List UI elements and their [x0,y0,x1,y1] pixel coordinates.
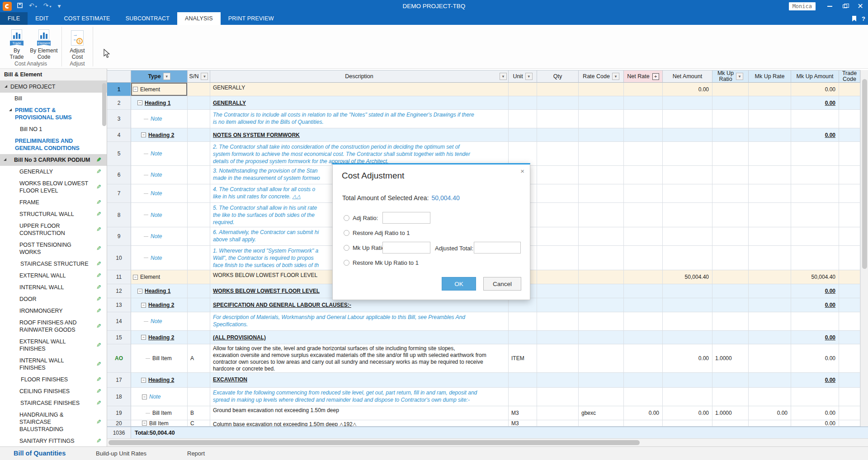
murate-cell[interactable] [749,142,791,166]
mur-cell[interactable] [712,184,749,203]
column-header-mk-up-ratio[interactable]: Mk Up Ratio▼ [712,70,749,83]
murate-cell[interactable] [749,246,791,270]
column-header-net-amount[interactable]: Net Amount [663,70,712,83]
minimize-button[interactable] [822,0,837,12]
table-row-20[interactable]: 20−Bill ItemCColumn base excavation not … [107,420,860,427]
table-row-19[interactable]: 19Bill ItemBGround beam excavation not e… [107,406,860,420]
qty-cell[interactable] [537,420,579,427]
rc-cell[interactable] [579,344,624,373]
collapse-box-icon[interactable]: − [133,275,138,280]
na-cell[interactable] [663,331,712,344]
tc-cell[interactable] [839,344,860,373]
tc-cell[interactable] [839,373,860,388]
mua-cell[interactable]: 0.00 [791,373,839,388]
description-cell[interactable]: (ALL PROVISIONAL) [210,331,509,344]
na-cell[interactable] [663,388,712,406]
rc-cell[interactable] [579,227,624,246]
mua-cell[interactable] [791,184,839,203]
tc-cell[interactable] [839,331,860,344]
type-cell[interactable]: Note [131,166,188,184]
mua-cell[interactable] [791,203,839,227]
nr-cell[interactable]: 0.00 [624,406,663,420]
unit-cell[interactable] [509,388,537,406]
sn-cell[interactable] [188,227,210,246]
mua-cell[interactable] [791,246,839,270]
mur-cell[interactable] [712,331,749,344]
mur-cell[interactable] [712,270,749,284]
row-number[interactable]: 12 [107,284,131,298]
mur-cell[interactable] [712,373,749,388]
rc-cell[interactable] [579,184,624,203]
row-number[interactable]: 19 [107,406,131,420]
column-header-unit[interactable]: Unit▼ [509,70,537,83]
table-row-18[interactable]: 18−NoteExcavate for the following commen… [107,388,860,406]
murate-cell[interactable] [749,203,791,227]
qty-cell[interactable] [537,128,579,142]
sidebar-item-ironmongery[interactable]: IRONMONGERY✎ [0,305,107,317]
mur-cell[interactable] [712,388,749,406]
row-number[interactable]: 5 [107,142,131,166]
collapse-box-icon[interactable]: − [141,303,146,308]
na-cell[interactable] [663,203,712,227]
na-cell[interactable] [663,128,712,142]
murate-cell[interactable] [749,331,791,344]
rc-cell[interactable] [579,331,624,344]
restore-button[interactable] [837,0,853,12]
column-header-type[interactable]: Type▼ [131,70,188,83]
rc-cell[interactable] [579,110,624,128]
tc-cell[interactable] [839,203,860,227]
sidebar-item-staircase-finishes[interactable]: STAIRCASE FINISHES✎ [0,397,107,409]
mur-cell[interactable] [712,83,749,96]
filter-icon[interactable]: ▼ [612,73,619,80]
sidebar-item-roof-finishes-and[interactable]: ROOF FINISHES AND RAINWATER GOODS✎ [0,317,107,336]
unit-cell[interactable]: M3 [509,406,537,420]
sidebar-item-floor-finishes[interactable]: FLOOR FINISHES✎ [0,374,107,385]
type-cell[interactable]: −Bill Item [131,420,188,427]
qty-cell[interactable] [537,284,579,298]
mur-cell[interactable] [712,142,749,166]
murate-cell[interactable] [749,270,791,284]
sidebar-item-external-wall[interactable]: EXTERNAL WALL✎ [0,270,107,282]
mua-cell[interactable] [791,166,839,184]
mua-cell[interactable]: 0.00 [791,83,839,96]
nr-cell[interactable] [624,344,663,373]
table-row-3[interactable]: 3NoteThe Contractor is to include all co… [107,110,860,128]
app-logo-icon[interactable] [3,2,12,11]
nr-cell[interactable] [624,373,663,388]
row-number[interactable]: 4 [107,128,131,142]
na-cell[interactable] [663,166,712,184]
type-cell[interactable]: Note [131,312,188,331]
type-cell[interactable]: Bill Item [131,406,188,420]
rc-cell[interactable] [579,284,624,298]
qty-cell[interactable] [537,246,579,270]
tc-cell[interactable] [839,406,860,420]
mur-cell[interactable]: 1.0000 [712,344,749,373]
description-cell[interactable]: GENERALLY [210,96,509,110]
sn-cell[interactable]: B [188,406,210,420]
murate-cell[interactable] [749,420,791,427]
tc-cell[interactable] [839,142,860,166]
sn-cell[interactable] [188,83,210,96]
nr-cell[interactable] [624,128,663,142]
sn-cell[interactable]: C [188,420,210,427]
filter-icon[interactable]: ▼ [163,73,170,80]
sidebar-item-staircase-structure[interactable]: STAIRCASE STRUCTURE✎ [0,258,107,270]
na-cell[interactable] [663,227,712,246]
unit-cell[interactable] [509,373,537,388]
description-cell[interactable]: Excavate for the following commencing fr… [210,388,509,406]
collapse-box-icon[interactable]: − [141,335,146,340]
type-cell[interactable]: −Heading 2 [131,128,188,142]
murate-cell[interactable] [749,166,791,184]
table-row-14[interactable]: 14NoteFor description of Materials, Work… [107,312,860,331]
qty-cell[interactable] [537,184,579,203]
mua-cell[interactable]: 0.00 [791,420,839,427]
mua-cell[interactable]: 0.00 [791,406,839,420]
nr-cell[interactable] [624,184,663,203]
row-number[interactable]: 13 [107,298,131,312]
nr-cell[interactable] [624,270,663,284]
dialog-close-icon[interactable]: × [520,167,524,175]
user-chip[interactable]: Monica [789,2,816,10]
nr-cell[interactable] [624,246,663,270]
qty-cell[interactable] [537,331,579,344]
unit-cell[interactable] [509,83,537,96]
